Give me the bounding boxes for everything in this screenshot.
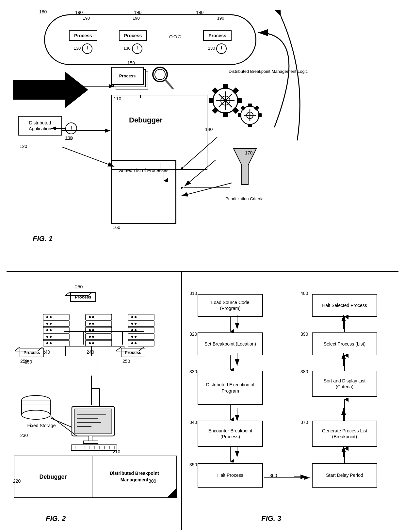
svg-point-97: [92, 323, 94, 325]
ref-180: 180: [39, 9, 47, 14]
exclaim-3: !: [216, 43, 227, 54]
lbl-130: 130: [65, 136, 73, 141]
svg-point-86: [50, 336, 52, 338]
process-box-2: Process: [119, 30, 147, 41]
gears-area: [206, 81, 271, 138]
lbl-250c: 250: [122, 359, 130, 364]
lbl-110: 110: [114, 96, 121, 101]
lbl-340: 340: [189, 420, 197, 425]
lbl-140: 140: [205, 127, 213, 132]
lbl-160: 160: [113, 225, 120, 230]
svg-rect-58: [254, 105, 259, 111]
flow-box-330: Distributed Execution of Program: [198, 371, 263, 405]
svg-line-123: [15, 347, 20, 351]
process-item-2: 190 Process 130 !: [119, 25, 147, 54]
lbl-230: 230: [20, 433, 28, 438]
server-mid: [85, 314, 113, 351]
svg-rect-46: [232, 107, 239, 114]
flow-box-370: Generate Process List (Breakpoint): [312, 421, 377, 447]
proc-box-right: Process: [121, 348, 145, 357]
stack-layer-1: Process: [111, 67, 144, 85]
svg-point-111: [131, 323, 133, 325]
svg-point-112: [135, 323, 137, 325]
svg-point-85: [46, 336, 48, 338]
ref-250a: 250: [75, 284, 83, 289]
exclaim-dist: !: [65, 122, 77, 134]
svg-point-87: [46, 342, 48, 344]
bottom-dbm: Distributed Breakpoint Management: [92, 456, 176, 497]
svg-rect-40: [223, 84, 228, 89]
lbl-330: 330: [189, 369, 197, 374]
svg-point-150: [22, 410, 50, 419]
magnify-icon: [150, 65, 176, 92]
lbl-190a: 190: [75, 10, 83, 15]
svg-rect-55: [248, 124, 252, 127]
lbl-350: 350: [189, 462, 197, 467]
ref-190-3: 190: [217, 16, 224, 21]
ref-130-2: 130: [123, 46, 131, 51]
ref-190-2: 190: [133, 16, 140, 21]
svg-point-94: [89, 316, 91, 318]
svg-rect-133: [83, 441, 98, 443]
svg-point-88: [50, 342, 52, 344]
corner-triangle: [167, 488, 176, 497]
svg-rect-59: [240, 105, 246, 111]
svg-point-95: [92, 316, 94, 318]
lbl-380: 380: [300, 369, 308, 374]
svg-point-116: [135, 336, 137, 338]
svg-point-99: [92, 329, 94, 331]
lbl-320: 320: [189, 331, 197, 337]
svg-point-84: [50, 329, 52, 331]
sorted-list-box: Sorted List of Processes: [111, 160, 176, 224]
flow-box-310: Load Source Code (Program): [198, 294, 263, 317]
fig2-caption: FIG. 2: [46, 514, 66, 523]
svg-rect-57: [238, 113, 241, 117]
flow-box-340: Encounter Breakpoint (Process): [198, 421, 263, 447]
svg-rect-41: [223, 112, 228, 117]
svg-point-101: [92, 336, 94, 338]
svg-point-109: [131, 316, 133, 318]
svg-rect-134: [71, 445, 117, 451]
fig3-caption: FIG. 3: [261, 514, 281, 523]
process-box-3: Process: [203, 30, 231, 41]
svg-point-115: [131, 336, 133, 338]
proc-box-top: Process: [70, 292, 96, 302]
svg-point-118: [135, 342, 137, 344]
flow-box-360: Start Delay Period: [312, 463, 377, 488]
svg-rect-42: [237, 98, 242, 103]
svg-point-83: [46, 329, 48, 331]
lbl-390: 390: [300, 331, 308, 337]
flow-box-350: Halt Process: [198, 463, 263, 488]
lbl-400: 400: [300, 291, 308, 296]
ref-190-1: 190: [83, 16, 90, 21]
svg-rect-45: [212, 87, 219, 94]
divider-line: [7, 271, 398, 272]
lbl-190b: 190: [134, 10, 141, 15]
fig1-caption: FIG. 1: [33, 234, 53, 243]
exclaim-2: !: [132, 43, 142, 54]
svg-point-31: [155, 69, 165, 80]
lbl-310: 310: [189, 291, 197, 296]
fixed-storage-label: Fixed Storage: [20, 423, 63, 428]
prioritization-label: Prioritization Criteria: [225, 196, 264, 202]
flow-box-320: Set Breakpoint (Location): [198, 332, 263, 355]
svg-point-96: [89, 323, 91, 325]
svg-point-80: [50, 316, 52, 318]
bottom-boxes: Debugger Distributed Breakpoint Manageme…: [14, 456, 177, 498]
svg-point-113: [131, 329, 133, 331]
lbl-210: 210: [113, 449, 120, 454]
svg-rect-56: [258, 113, 262, 117]
process-item-3: 190 Process 130 !: [203, 25, 231, 54]
svg-line-33: [165, 80, 173, 89]
ref-130-1: 130: [73, 46, 81, 51]
flow-box-390: Select Process (List): [312, 332, 377, 355]
svg-point-110: [135, 316, 137, 318]
svg-rect-47: [212, 107, 219, 114]
dist-app-box: Distributed Application: [18, 116, 62, 136]
process-item-1: 190 Process 130 !: [69, 25, 97, 54]
svg-marker-27: [13, 72, 88, 108]
lbl-360-arrow: 360: [269, 473, 277, 478]
debugger-label: Debugger: [129, 116, 163, 124]
fixed-storage-icon: [20, 395, 52, 423]
vertical-divider: [181, 272, 182, 530]
